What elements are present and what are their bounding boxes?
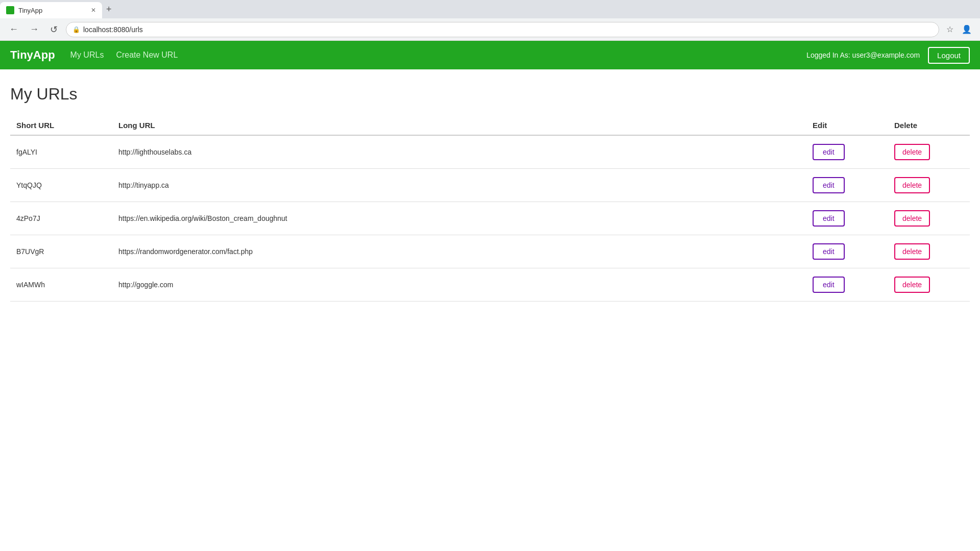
new-tab-button[interactable]: + — [102, 4, 116, 15]
long-url-cell: http://tinyapp.ca — [112, 169, 806, 202]
browser-tab-bar: TinyApp ✕ + — [0, 0, 980, 18]
delete-button[interactable]: delete — [894, 210, 930, 227]
delete-button[interactable]: delete — [894, 277, 930, 293]
edit-cell: edit — [806, 135, 888, 169]
profile-icon[interactable]: 👤 — [960, 22, 974, 36]
long-url-cell: http://lighthouselabs.ca — [112, 135, 806, 169]
bookmark-icon[interactable]: ☆ — [944, 22, 955, 36]
delete-button[interactable]: delete — [894, 144, 930, 160]
table-header-row: Short URL Long URL Edit Delete — [10, 116, 970, 135]
main-content: My URLs Short URL Long URL Edit Delete f… — [0, 69, 980, 317]
short-url-cell: YtqQJQ — [10, 169, 112, 202]
browser-tab[interactable]: TinyApp ✕ — [0, 2, 102, 18]
edit-cell: edit — [806, 169, 888, 202]
table-row: fgALYI http://lighthouselabs.ca edit del… — [10, 135, 970, 169]
navbar-right: Logged In As: user3@example.com Logout — [806, 47, 970, 64]
long-url-cell: http://goggle.com — [112, 268, 806, 302]
url-table-body: fgALYI http://lighthouselabs.ca edit del… — [10, 135, 970, 302]
delete-cell: delete — [888, 202, 970, 235]
delete-button[interactable]: delete — [894, 177, 930, 193]
table-row: YtqQJQ http://tinyapp.ca edit delete — [10, 169, 970, 202]
col-header-short-url: Short URL — [10, 116, 112, 135]
delete-cell: delete — [888, 235, 970, 268]
page-title: My URLs — [10, 85, 970, 104]
short-url-cell: wIAMWh — [10, 268, 112, 302]
toolbar-actions: ☆ 👤 — [944, 22, 974, 36]
col-header-long-url: Long URL — [112, 116, 806, 135]
table-row: 4zPo7J https://en.wikipedia.org/wiki/Bos… — [10, 202, 970, 235]
edit-cell: edit — [806, 268, 888, 302]
url-table: Short URL Long URL Edit Delete fgALYI ht… — [10, 116, 970, 302]
short-url-cell: fgALYI — [10, 135, 112, 169]
edit-cell: edit — [806, 202, 888, 235]
lock-icon: 🔒 — [72, 26, 80, 33]
edit-button[interactable]: edit — [813, 177, 845, 193]
edit-button[interactable]: edit — [813, 144, 845, 160]
long-url-cell: https://randomwordgenerator.com/fact.php — [112, 235, 806, 268]
delete-cell: delete — [888, 268, 970, 302]
short-url-cell: 4zPo7J — [10, 202, 112, 235]
logged-in-text: Logged In As: user3@example.com — [806, 51, 920, 59]
delete-cell: delete — [888, 135, 970, 169]
nav-my-urls[interactable]: My URLs — [70, 51, 104, 60]
table-row: B7UVgR https://randomwordgenerator.com/f… — [10, 235, 970, 268]
nav-links: My URLs Create New URL — [70, 51, 807, 60]
reload-button[interactable]: ↺ — [47, 22, 61, 37]
edit-button[interactable]: edit — [813, 243, 845, 260]
browser-toolbar: ← → ↺ 🔒 localhost:8080/urls ☆ 👤 — [0, 18, 980, 41]
browser-window: TinyApp ✕ + ← → ↺ 🔒 localhost:8080/urls … — [0, 0, 980, 551]
tab-close-icon[interactable]: ✕ — [91, 7, 96, 14]
short-url-cell: B7UVgR — [10, 235, 112, 268]
col-header-edit: Edit — [806, 116, 888, 135]
edit-button[interactable]: edit — [813, 210, 845, 227]
delete-cell: delete — [888, 169, 970, 202]
edit-cell: edit — [806, 235, 888, 268]
col-header-delete: Delete — [888, 116, 970, 135]
back-button[interactable]: ← — [6, 22, 21, 37]
edit-button[interactable]: edit — [813, 277, 845, 293]
table-row: wIAMWh http://goggle.com edit delete — [10, 268, 970, 302]
nav-create-new-url[interactable]: Create New URL — [116, 51, 178, 60]
app-navbar: TinyApp My URLs Create New URL Logged In… — [0, 41, 980, 69]
logout-button[interactable]: Logout — [928, 47, 970, 64]
app-brand-link[interactable]: TinyApp — [10, 48, 55, 62]
forward-button[interactable]: → — [27, 22, 42, 37]
address-bar[interactable]: 🔒 localhost:8080/urls — [66, 22, 939, 37]
tab-favicon-icon — [6, 6, 14, 14]
address-text: localhost:8080/urls — [83, 26, 143, 34]
long-url-cell: https://en.wikipedia.org/wiki/Boston_cre… — [112, 202, 806, 235]
delete-button[interactable]: delete — [894, 243, 930, 260]
tab-title: TinyApp — [18, 7, 42, 14]
